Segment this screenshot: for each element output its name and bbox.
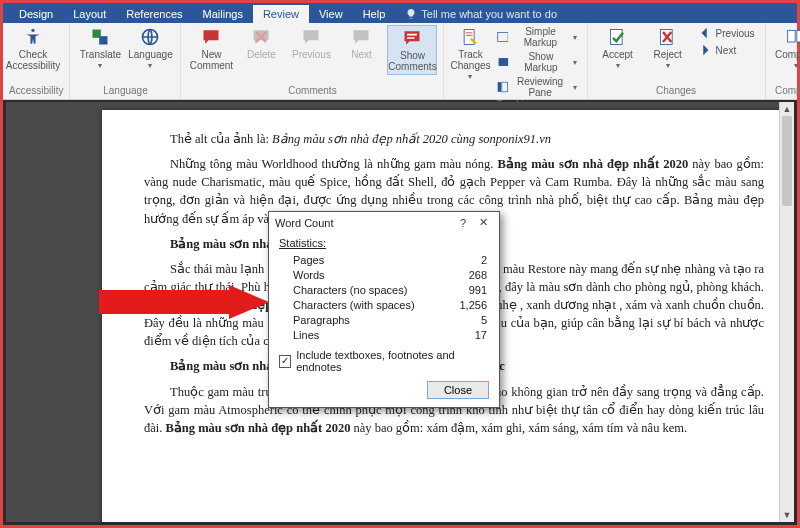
doc-p6c: này bao gồm: xám đậm, xám ghi, xám sáng,…	[350, 421, 687, 435]
statistics-header: Statistics:	[279, 237, 489, 249]
check-accessibility-button[interactable]: Check Accessibility	[9, 25, 57, 73]
group-changes: Accept Reject Previous Next	[588, 23, 766, 99]
annotation-arrow	[99, 285, 269, 319]
compare-icon	[786, 27, 800, 47]
tell-me-search[interactable]: Tell me what you want to do	[395, 5, 567, 23]
scroll-thumb[interactable]	[782, 116, 792, 206]
doc-p1-italic: Bảng màu sơn nhà đẹp nhất 2020 cùng sonp…	[272, 132, 551, 146]
show-markup-icon	[497, 55, 510, 69]
next-change-button[interactable]: Next	[694, 42, 759, 58]
check-accessibility-label: Check Accessibility	[6, 49, 60, 71]
stat-chars-spaces-key: Characters (with spaces)	[293, 298, 415, 313]
ribbon-tabs: Design Layout References Mailings Review…	[3, 3, 797, 23]
tab-review[interactable]: Review	[253, 5, 309, 23]
scroll-up-button[interactable]: ▲	[780, 102, 794, 116]
doc-p6b: Bảng màu sơn nhà đẹp nhất 2020	[166, 421, 351, 435]
stat-chars-nospace-key: Characters (no spaces)	[293, 283, 407, 298]
tab-view[interactable]: View	[309, 5, 353, 23]
tab-mailings[interactable]: Mailings	[193, 5, 253, 23]
stat-pages: Pages2	[279, 253, 489, 268]
next-comment-icon	[351, 27, 371, 47]
accept-button[interactable]: Accept	[594, 25, 642, 73]
prev-change-button[interactable]: Previous	[694, 25, 759, 41]
stat-pages-key: Pages	[293, 253, 324, 268]
word-count-dialog: Word Count ? ✕ Statistics: Pages2 Words2…	[268, 211, 500, 408]
stat-lines-key: Lines	[293, 328, 319, 343]
stat-lines-val: 17	[475, 328, 487, 343]
group-accessibility-label: Accessibility	[9, 85, 63, 98]
group-comments: New Comment Delete Previous Next	[181, 23, 444, 99]
stat-words-val: 268	[469, 268, 487, 283]
group-language-label: Language	[76, 85, 174, 98]
translate-button[interactable]: Translate	[76, 25, 124, 73]
prev-comment-icon	[301, 27, 321, 47]
include-textboxes-checkbox[interactable]: ✓ Include textboxes, footnotes and endno…	[279, 349, 489, 373]
show-markup-dropdown[interactable]: Show Markup	[493, 50, 581, 74]
reject-label: Reject	[653, 49, 681, 60]
compare-label: Compare	[775, 49, 800, 60]
tab-references[interactable]: References	[116, 5, 192, 23]
dialog-body: Statistics: Pages2 Words268 Characters (…	[269, 233, 499, 407]
show-comments-label: Show Comments	[388, 50, 436, 72]
vertical-scrollbar[interactable]: ▲ ▼	[779, 102, 794, 522]
language-button[interactable]: Language	[126, 25, 174, 73]
stat-chars-nospace-val: 991	[469, 283, 487, 298]
stat-paragraphs-key: Paragraphs	[293, 313, 350, 328]
prev-comment-button: Previous	[287, 25, 335, 62]
reviewing-pane-dropdown[interactable]: Reviewing Pane	[493, 75, 581, 99]
next-comment-button: Next	[337, 25, 385, 62]
dialog-title: Word Count	[275, 217, 453, 229]
svg-rect-4	[501, 82, 507, 92]
stat-words-key: Words	[293, 268, 325, 283]
accept-icon	[608, 27, 628, 47]
show-comments-icon	[402, 28, 422, 48]
markup-icon	[497, 30, 509, 44]
display-for-review-label: Simple Markup	[512, 26, 568, 48]
ribbon-groups: Check Accessibility Accessibility Transl…	[3, 23, 797, 99]
prev-change-label: Previous	[716, 28, 755, 39]
stat-chars-spaces-val: 1,256	[459, 298, 487, 313]
new-comment-icon	[201, 27, 221, 47]
delete-comment-icon	[251, 27, 271, 47]
svg-marker-10	[99, 285, 269, 319]
stat-words: Words268	[279, 268, 489, 283]
dialog-close-x[interactable]: ✕	[473, 216, 493, 229]
dialog-titlebar[interactable]: Word Count ? ✕	[269, 212, 499, 233]
group-compare: Compare Compare	[766, 23, 800, 99]
tab-help[interactable]: Help	[353, 5, 396, 23]
stat-lines: Lines17	[279, 328, 489, 343]
close-button[interactable]: Close	[427, 381, 489, 399]
reject-button[interactable]: Reject	[644, 25, 692, 73]
group-tracking: Track Changes Simple Markup Show Markup	[444, 23, 587, 99]
dialog-help-button[interactable]: ?	[453, 217, 473, 229]
new-comment-button[interactable]: New Comment	[187, 25, 235, 73]
track-changes-button[interactable]: Track Changes	[450, 25, 490, 84]
next-change-label: Next	[716, 45, 737, 56]
next-change-icon	[698, 43, 712, 57]
stat-chars-nospace: Characters (no spaces)991	[279, 283, 489, 298]
scroll-down-button[interactable]: ▼	[780, 508, 794, 522]
delete-comment-button: Delete	[237, 25, 285, 62]
doc-p2a: Những tông màu Worldhood thường là những…	[170, 157, 498, 171]
globe-icon	[140, 27, 160, 47]
compare-button[interactable]: Compare	[772, 25, 800, 73]
show-comments-button[interactable]: Show Comments	[387, 25, 437, 75]
prev-comment-label: Previous	[292, 49, 331, 60]
tab-layout[interactable]: Layout	[63, 5, 116, 23]
delete-comment-label: Delete	[247, 49, 276, 60]
stat-chars-spaces: Characters (with spaces)1,256	[279, 298, 489, 313]
annotated-frame: Design Layout References Mailings Review…	[0, 0, 800, 528]
translate-icon	[90, 27, 110, 47]
display-for-review-dropdown[interactable]: Simple Markup	[493, 25, 581, 49]
tab-design[interactable]: Design	[9, 5, 63, 23]
svg-rect-2	[497, 33, 507, 42]
group-comments-label: Comments	[187, 85, 437, 98]
doc-p2b: Bảng màu sơn nhà đẹp nhất 2020	[498, 157, 689, 171]
language-label: Language	[128, 49, 173, 60]
translate-label: Translate	[80, 49, 121, 60]
doc-p1: Thẻ alt của ảnh là: Bảng màu sơn nhà đẹp…	[144, 130, 764, 148]
group-compare-label: Compare	[772, 85, 800, 98]
include-textboxes-label: Include textboxes, footnotes and endnote…	[296, 349, 489, 373]
lightbulb-icon	[405, 8, 417, 20]
group-changes-label: Changes	[594, 85, 759, 98]
